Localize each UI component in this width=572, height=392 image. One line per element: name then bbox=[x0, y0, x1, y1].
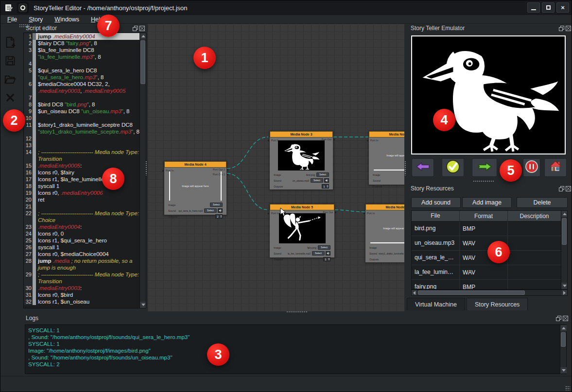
delete-button[interactable]: Delete bbox=[517, 197, 568, 208]
scroll-up-arrow-icon[interactable] bbox=[140, 33, 146, 39]
node-media-node-2[interactable]: Media Node 2Port InImage will appear her… bbox=[368, 131, 404, 185]
sound-select-button[interactable]: Select bbox=[312, 251, 325, 256]
app-menu-icon[interactable] bbox=[3, 2, 15, 14]
table-row[interactable]: qui_sera_le_hero.mp3WAV bbox=[412, 251, 561, 265]
table-row[interactable]: la_fee_luminelle.mp3WAV bbox=[412, 265, 561, 280]
image-field-row: ImageSelect bbox=[369, 245, 404, 250]
line-number: 20 bbox=[24, 196, 33, 203]
column-header-file[interactable]: File bbox=[412, 211, 460, 221]
tab-story-resources[interactable]: Story Resources bbox=[467, 298, 528, 310]
new-script-button[interactable] bbox=[2, 35, 18, 51]
spinner-arrows-icon[interactable] bbox=[328, 258, 330, 260]
port-in[interactable]: Port In bbox=[271, 212, 279, 215]
log-output[interactable]: SYSCALL: 1, Sound: "/home/anthony/ostpro… bbox=[25, 324, 567, 374]
float-panel-icon[interactable] bbox=[133, 26, 138, 31]
image-field-label: Image bbox=[168, 204, 175, 206]
pause-button[interactable] bbox=[523, 158, 540, 177]
scrollbar-thumb[interactable] bbox=[140, 40, 145, 84]
scroll-right-arrow-icon[interactable] bbox=[562, 290, 567, 295]
port-in-dot[interactable] bbox=[268, 140, 269, 141]
splitter-handle[interactable] bbox=[145, 161, 148, 175]
speaker-icon[interactable] bbox=[324, 178, 329, 183]
spinner-arrows-icon[interactable] bbox=[326, 185, 329, 187]
column-header-format[interactable]: Format bbox=[460, 211, 508, 221]
port-in-dot[interactable] bbox=[367, 140, 368, 141]
scrollbar-thumb[interactable] bbox=[562, 218, 567, 245]
menu-item-file[interactable]: File bbox=[7, 16, 17, 23]
close-panel-icon[interactable] bbox=[566, 26, 571, 31]
port-out[interactable]: Port Out bbox=[322, 138, 331, 141]
outputs-spinner[interactable]: 1 bbox=[322, 184, 329, 188]
image-select-button[interactable]: Select bbox=[318, 245, 330, 250]
port-out-dot[interactable] bbox=[335, 212, 336, 213]
menu-item-story[interactable]: Story bbox=[29, 16, 43, 23]
close-button[interactable]: × bbox=[556, 2, 569, 13]
port-in-dot[interactable] bbox=[268, 213, 269, 214]
code-editor[interactable]: 1jump .mediaEntry00042$fairy DC8 "fairy.… bbox=[23, 33, 146, 308]
scroll-left-arrow-icon[interactable] bbox=[412, 290, 417, 295]
node-title[interactable]: Media Node 4 bbox=[164, 161, 226, 168]
next-button[interactable] bbox=[472, 158, 497, 177]
port-in-dot[interactable] bbox=[162, 170, 164, 171]
splitter-handle[interactable] bbox=[286, 311, 308, 313]
node-media-node-3[interactable]: Media Node 3Port InPort OutImagebird.png… bbox=[269, 131, 333, 190]
outputs-spinner[interactable]: 1 bbox=[323, 257, 330, 261]
column-header-description[interactable]: Description bbox=[508, 211, 561, 221]
window-resize-grip[interactable] bbox=[565, 386, 570, 391]
close-project-button[interactable] bbox=[2, 91, 18, 106]
close-panel-icon[interactable] bbox=[139, 26, 145, 31]
float-panel-icon[interactable] bbox=[556, 316, 561, 321]
node-media-node-6[interactable]: Media Node 6Port InImage will appear her… bbox=[365, 204, 404, 263]
spinner-arrows-icon[interactable] bbox=[220, 215, 222, 218]
maximize-button[interactable] bbox=[542, 2, 555, 13]
node-media-node-4[interactable]: Media Node 4Port InPort Out 1Port Out 2I… bbox=[164, 161, 227, 215]
sound-select-button[interactable]: Select bbox=[204, 208, 217, 213]
float-panel-icon[interactable] bbox=[559, 186, 564, 191]
port-in-dot[interactable] bbox=[364, 213, 365, 214]
image-select-button[interactable]: Select bbox=[210, 203, 223, 207]
add-sound-button[interactable]: Add sound bbox=[411, 197, 461, 208]
scroll-up-arrow-icon[interactable] bbox=[560, 325, 567, 331]
scroll-down-arrow-icon[interactable] bbox=[560, 367, 567, 374]
table-horizontal-scrollbar[interactable] bbox=[411, 290, 568, 296]
speaker-icon[interactable] bbox=[218, 208, 223, 213]
save-button[interactable] bbox=[2, 54, 18, 69]
node-title[interactable]: Media Node 5 bbox=[270, 204, 334, 210]
ok-button[interactable] bbox=[442, 158, 464, 177]
scroll-down-arrow-icon[interactable] bbox=[561, 283, 568, 289]
port-out[interactable]: Port Out bbox=[323, 211, 333, 214]
speaker-icon[interactable] bbox=[326, 251, 330, 256]
node-title[interactable]: Media Node 3 bbox=[270, 131, 333, 137]
open-button[interactable] bbox=[2, 72, 18, 88]
table-row[interactable]: un_oiseau.mp3WAV bbox=[412, 236, 561, 251]
outputs-spinner[interactable]: 2 bbox=[215, 214, 223, 219]
node-canvas[interactable]: Media Node 4Port InPort Out 1Port Out 2I… bbox=[148, 24, 404, 311]
table-row[interactable]: fairy.pngBMP bbox=[412, 280, 561, 289]
port-out[interactable]: Port Out 1 bbox=[213, 168, 225, 171]
close-panel-icon[interactable] bbox=[566, 186, 571, 191]
float-panel-icon[interactable] bbox=[559, 26, 564, 31]
logs-vertical-scrollbar[interactable] bbox=[560, 325, 566, 374]
close-panel-icon[interactable] bbox=[563, 316, 568, 321]
scroll-up-arrow-icon[interactable] bbox=[561, 211, 568, 217]
back-button[interactable] bbox=[412, 158, 434, 177]
table-vertical-scrollbar[interactable] bbox=[561, 211, 567, 289]
port-out-dot[interactable] bbox=[227, 174, 228, 175]
add-image-button[interactable]: Add image bbox=[462, 197, 512, 208]
port-out-dot[interactable] bbox=[227, 169, 228, 170]
table-row[interactable]: bird.pngBMP bbox=[412, 222, 561, 236]
node-title[interactable]: Media Node 2 bbox=[369, 131, 404, 137]
menu-item-windows[interactable]: Windows bbox=[54, 16, 79, 23]
tab-virtual-machine[interactable]: Virtual Machine bbox=[407, 298, 465, 310]
image-select-button[interactable]: Select bbox=[316, 172, 329, 177]
port-in[interactable]: Port In bbox=[271, 139, 279, 142]
scroll-down-arrow-icon[interactable] bbox=[140, 302, 146, 308]
sound-select-button[interactable]: Select bbox=[311, 178, 323, 183]
port-out-dot[interactable] bbox=[333, 139, 335, 140]
minimize-button[interactable] bbox=[527, 2, 540, 13]
node-media-node-5[interactable]: Media Node 5Port InPort OutImagefairy.pn… bbox=[269, 204, 335, 258]
node-title[interactable]: Media Node 6 bbox=[365, 204, 404, 210]
scrollbar-thumb[interactable] bbox=[561, 332, 566, 347]
home-button[interactable] bbox=[544, 158, 567, 177]
scrollbar-thumb[interactable] bbox=[418, 290, 525, 295]
